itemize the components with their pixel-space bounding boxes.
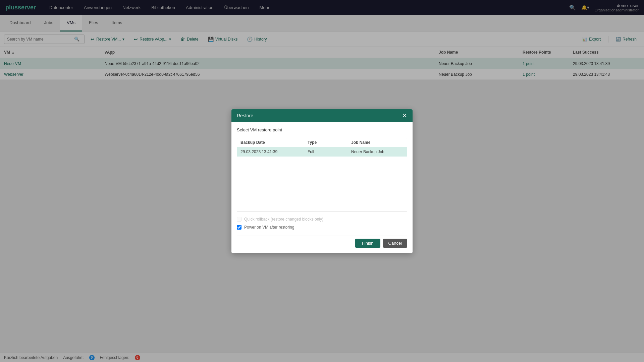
col-type: Type (308, 140, 351, 145)
cancel-button[interactable]: Cancel (383, 239, 407, 248)
backup-job-name: Neuer Backup Job (351, 149, 404, 154)
col-backup-date: Backup Date (240, 140, 308, 145)
quick-rollback-option: Quick rollback (restore changed blocks o… (237, 217, 407, 222)
modal-overlay: Restore ✕ Select VM restore point Backup… (0, 0, 644, 362)
backup-type: Full (308, 149, 351, 154)
col-job-name: Job Name (351, 140, 404, 145)
dialog-options: Quick rollback (restore changed blocks o… (237, 212, 407, 236)
dialog-title: Restore (237, 113, 253, 118)
dialog-footer: Finish Cancel (237, 236, 407, 248)
dialog-table: Backup Date Type Job Name 29.03.2023 13:… (237, 138, 407, 212)
finish-button[interactable]: Finish (355, 239, 380, 248)
dialog-table-row[interactable]: 29.03.2023 13:41:39 Full Neuer Backup Jo… (237, 147, 407, 157)
quick-rollback-checkbox[interactable] (237, 217, 241, 222)
power-on-checkbox[interactable] (237, 225, 241, 230)
backup-date: 29.03.2023 13:41:39 (240, 149, 308, 154)
dialog-table-header: Backup Date Type Job Name (237, 138, 407, 147)
quick-rollback-label: Quick rollback (restore changed blocks o… (244, 217, 323, 222)
dialog-subtitle: Select VM restore point (237, 127, 407, 132)
power-on-option: Power on VM after restoring (237, 225, 407, 230)
close-icon[interactable]: ✕ (402, 113, 407, 119)
restore-dialog: Restore ✕ Select VM restore point Backup… (231, 109, 413, 253)
power-on-label: Power on VM after restoring (244, 225, 294, 230)
dialog-header: Restore ✕ (231, 109, 413, 122)
dialog-body: Select VM restore point Backup Date Type… (231, 122, 413, 253)
